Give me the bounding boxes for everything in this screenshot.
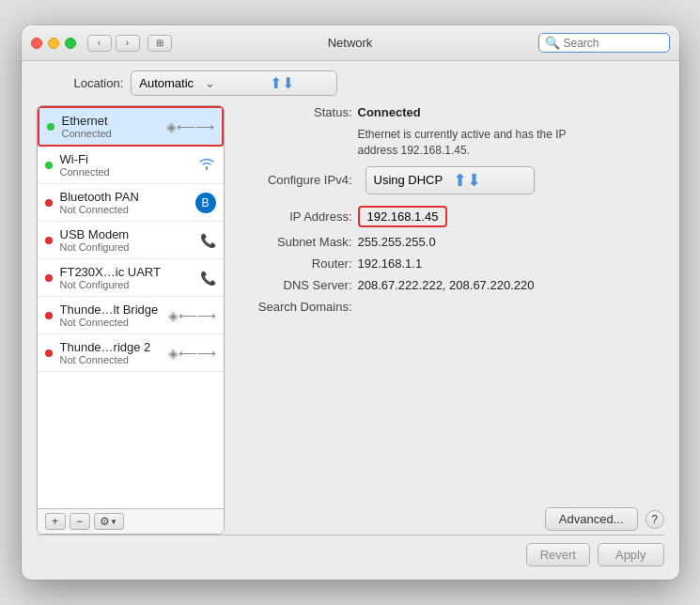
chevron-down-icon: ⌄ [205, 76, 264, 90]
fullscreen-button[interactable] [65, 38, 76, 49]
router-row: Router: 192.168.1.1 [236, 256, 664, 271]
sidebar-item-thunderbolt-bridge[interactable]: Thunde…lt Bridge Not Connected ◈⟵⟶ [38, 297, 224, 334]
advanced-button[interactable]: Advanced... [545, 507, 638, 531]
configure-select[interactable]: Using DHCP ⬆⬇ [366, 166, 535, 194]
status-dot-usb-modem [45, 237, 53, 244]
sidebar-item-ethernet[interactable]: Ethernet Connected ◈⟵⟶ [38, 106, 224, 147]
usb-modem-status: Not Configured [60, 241, 193, 253]
titlebar: ‹ › ⊞ Network 🔍 [22, 25, 679, 61]
ethernet-icon-ridge2: ◈⟵⟶ [168, 346, 216, 361]
back-button[interactable]: ‹ [87, 35, 112, 52]
forward-button[interactable]: › [116, 35, 140, 52]
bottom-bar: Revert Apply [37, 535, 664, 570]
subnet-value: 255.255.255.0 [358, 235, 436, 249]
status-label: Status: [236, 105, 358, 119]
search-domains-label: Search Domains: [236, 300, 358, 314]
apply-button[interactable]: Apply [598, 543, 664, 566]
revert-button[interactable]: Revert [526, 543, 590, 566]
sidebar-item-info-ethernet: Ethernet Connected [62, 114, 159, 139]
main-content: Location: Automatic ⌄ ⬆⬇ Ethernet Connec… [22, 61, 679, 580]
ip-value: 192.168.1.45 [358, 206, 448, 227]
status-value: Connected [358, 105, 421, 119]
thunderbolt-bridge-status: Not Connected [60, 317, 161, 328]
status-dot-thunderbolt-bridge [45, 312, 53, 319]
usb-modem-name: USB Modem [60, 227, 193, 241]
status-dot-wifi [45, 162, 53, 169]
status-description: Ethernet is currently active and has the… [358, 127, 567, 159]
status-row: Status: Connected [236, 105, 664, 119]
subnet-row: Subnet Mask: 255.255.255.0 [236, 235, 664, 249]
sidebar-item-info-bluetooth: Bluetooth PAN Not Connected [60, 190, 188, 215]
location-dropdown-icon: ⬆⬇ [270, 74, 329, 92]
network-window: ‹ › ⊞ Network 🔍 Location: Automatic ⌄ ⬆⬇ [22, 25, 679, 580]
close-button[interactable] [31, 38, 42, 49]
grid-button[interactable]: ⊞ [148, 35, 172, 52]
router-label: Router: [236, 256, 358, 271]
sidebar-item-bluetooth-pan[interactable]: Bluetooth PAN Not Connected B [38, 184, 224, 222]
wifi-name: Wi-Fi [60, 152, 190, 166]
sidebar: Ethernet Connected ◈⟵⟶ Wi-Fi Connected [37, 105, 225, 535]
gear-button[interactable]: ⚙ ▼ [94, 513, 124, 530]
location-row: Location: Automatic ⌄ ⬆⬇ [37, 70, 664, 96]
bluetooth-pan-status: Not Connected [60, 204, 188, 215]
sidebar-item-thunderbolt-ridge2[interactable]: Thunde…ridge 2 Not Connected ◈⟵⟶ [38, 334, 224, 372]
configure-ipv4-row: Configure IPv4: Using DHCP ⬆⬇ [236, 166, 664, 194]
phone-icon-ft230x: 📞 [200, 271, 216, 286]
ft230x-status: Not Configured [60, 279, 193, 290]
detail-body: Status: Connected Ethernet is currently … [236, 105, 664, 507]
thunderbolt-bridge-name: Thunde…lt Bridge [60, 302, 161, 317]
subnet-label: Subnet Mask: [236, 235, 358, 249]
search-domains-row: Search Domains: [236, 300, 664, 314]
remove-network-button[interactable]: − [70, 513, 90, 530]
configure-value: Using DHCP [374, 173, 447, 187]
dns-value: 208.67.222.222, 208.67.220.220 [358, 278, 535, 292]
window-title: Network [328, 36, 373, 50]
sidebar-list: Ethernet Connected ◈⟵⟶ Wi-Fi Connected [38, 106, 224, 508]
bridge-icon: ◈⟵⟶ [168, 308, 216, 323]
body-split: Ethernet Connected ◈⟵⟶ Wi-Fi Connected [37, 105, 664, 535]
sidebar-item-info-usb-modem: USB Modem Not Configured [60, 227, 193, 253]
ip-label: IP Address: [236, 209, 358, 224]
sidebar-item-wifi[interactable]: Wi-Fi Connected [38, 147, 224, 184]
nav-buttons: ‹ › [87, 35, 140, 52]
add-network-button[interactable]: + [45, 513, 66, 530]
sidebar-item-usb-modem[interactable]: USB Modem Not Configured 📞 [38, 222, 224, 259]
search-input[interactable] [564, 37, 663, 50]
dns-row: DNS Server: 208.67.222.222, 208.67.220.2… [236, 278, 664, 292]
ip-address-row: IP Address: 192.168.1.45 [236, 206, 664, 227]
configure-label: Configure IPv4: [236, 173, 358, 187]
bluetooth-icon: B [195, 193, 216, 213]
bluetooth-pan-name: Bluetooth PAN [60, 190, 188, 204]
status-dot-bluetooth [45, 199, 53, 207]
status-desc-row: Ethernet is currently active and has the… [236, 127, 664, 159]
ethernet-icon: ◈⟵⟶ [166, 119, 214, 134]
gear-icon: ⚙ [100, 515, 110, 528]
help-button[interactable]: ? [646, 510, 664, 529]
minimize-button[interactable] [48, 38, 59, 49]
detail-panel: Status: Connected Ethernet is currently … [236, 105, 664, 535]
sidebar-item-info-ft230x: FT230X…ic UART Not Configured [60, 265, 193, 290]
gear-dropdown-arrow: ▼ [110, 518, 117, 526]
thunderbolt-ridge2-status: Not Connected [60, 354, 161, 365]
status-dot-ethernet [47, 123, 54, 131]
location-select[interactable]: Automatic ⌄ ⬆⬇ [131, 70, 337, 96]
configure-dropdown-icon: ⬆⬇ [453, 170, 526, 191]
sidebar-footer: + − ⚙ ▼ [38, 508, 224, 534]
location-value: Automatic [139, 76, 198, 90]
wifi-status: Connected [60, 166, 190, 178]
dns-label: DNS Server: [236, 278, 358, 292]
ft230x-name: FT230X…ic UART [60, 265, 193, 279]
router-value: 192.168.1.1 [358, 256, 423, 271]
wifi-icon [197, 156, 216, 174]
sidebar-item-info-thunderbolt-ridge2: Thunde…ridge 2 Not Connected [60, 340, 161, 365]
ethernet-name: Ethernet [62, 114, 159, 128]
search-icon: 🔍 [545, 36, 560, 50]
thunderbolt-ridge2-name: Thunde…ridge 2 [60, 340, 161, 354]
sidebar-item-info-wifi: Wi-Fi Connected [60, 152, 190, 178]
search-box[interactable]: 🔍 [538, 33, 670, 53]
sidebar-item-info-thunderbolt-bridge: Thunde…lt Bridge Not Connected [60, 302, 161, 328]
ethernet-status: Connected [62, 128, 159, 139]
location-label: Location: [74, 76, 124, 90]
phone-icon-usb: 📞 [200, 233, 216, 248]
sidebar-item-ft230x[interactable]: FT230X…ic UART Not Configured 📞 [38, 259, 224, 297]
